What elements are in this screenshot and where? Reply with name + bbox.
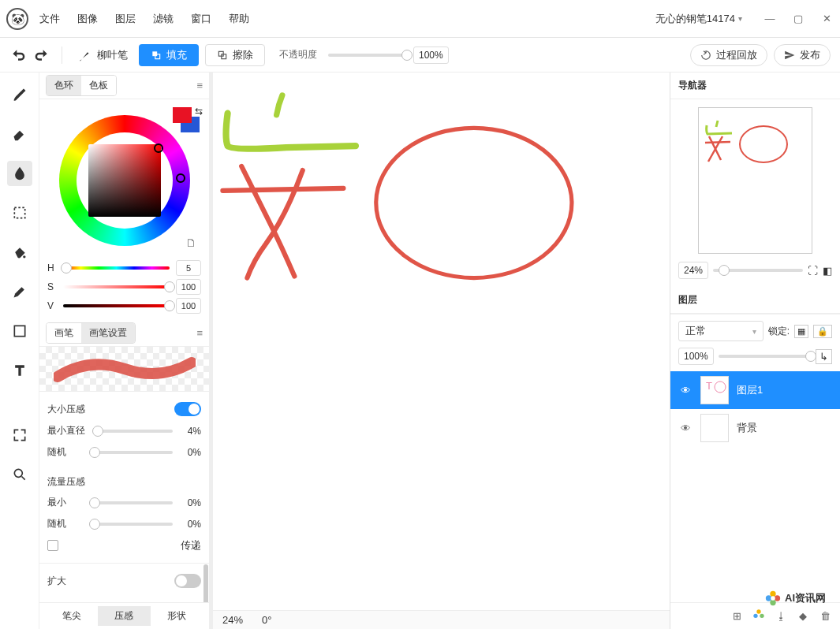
- size-pressure-toggle[interactable]: [174, 402, 201, 416]
- layer-icon-1[interactable]: [752, 609, 766, 623]
- ftab-tip[interactable]: 笔尖: [46, 606, 98, 626]
- navigator-title: 导航器: [670, 73, 840, 99]
- erase-button[interactable]: 擦除: [205, 44, 265, 66]
- ftab-pressure[interactable]: 压感: [98, 606, 150, 626]
- panel-menu-icon[interactable]: ≡: [196, 80, 203, 91]
- layer-opacity-slider[interactable]: [719, 355, 811, 358]
- fill-button[interactable]: 填充: [139, 44, 199, 66]
- undo-button[interactable]: [9, 47, 27, 64]
- menu-image[interactable]: 图像: [77, 12, 98, 26]
- replay-button[interactable]: 过程回放: [690, 44, 767, 66]
- svg-point-5: [23, 255, 25, 258]
- tool-zoom[interactable]: [7, 462, 32, 487]
- tab-brush[interactable]: 画笔: [47, 323, 81, 343]
- flow-random-slider[interactable]: [95, 523, 173, 526]
- merge-down-icon[interactable]: ◆: [796, 610, 810, 622]
- tool-transform[interactable]: [7, 422, 32, 448]
- clip-mask-icon[interactable]: ↳: [816, 349, 832, 364]
- app-logo: 🐼: [6, 8, 28, 30]
- window-minimize[interactable]: —: [763, 13, 777, 24]
- svg-point-12: [756, 609, 760, 613]
- opacity-label: 不透明度: [279, 48, 317, 61]
- tool-shape[interactable]: [7, 318, 32, 344]
- layer-row-1[interactable]: 👁 T 图层1: [670, 371, 840, 409]
- svg-point-11: [715, 381, 726, 393]
- tool-bucket[interactable]: [7, 240, 32, 265]
- lock-all-icon[interactable]: 🔒: [813, 325, 832, 338]
- blend-mode-select[interactable]: 正常▾: [678, 321, 763, 341]
- reset-colors-icon[interactable]: 🗋: [185, 236, 196, 249]
- tab-brush-settings[interactable]: 画笔设置: [81, 323, 135, 343]
- size-random-slider[interactable]: [95, 451, 173, 454]
- opacity-slider[interactable]: [328, 54, 407, 57]
- layer-row-bg[interactable]: 👁 背景: [670, 409, 840, 447]
- extra-toggle[interactable]: [174, 574, 201, 588]
- svg-point-9: [740, 126, 787, 162]
- pass-checkbox[interactable]: [47, 540, 58, 551]
- download-icon[interactable]: ⭳: [774, 610, 788, 622]
- svg-point-7: [14, 469, 22, 477]
- svg-text:T: T: [706, 380, 712, 392]
- menu-help[interactable]: 帮助: [229, 12, 249, 26]
- opacity-value[interactable]: 100%: [413, 47, 449, 64]
- svg-rect-6: [14, 326, 24, 336]
- publish-button[interactable]: 发布: [774, 44, 831, 66]
- value-slider[interactable]: [63, 304, 170, 307]
- min-diameter-slider[interactable]: [95, 430, 173, 433]
- tool-eraser[interactable]: [7, 121, 32, 147]
- window-maximize[interactable]: ▢: [791, 13, 805, 24]
- tool-smudge[interactable]: [7, 161, 32, 186]
- menu-window[interactable]: 窗口: [191, 12, 211, 26]
- menu-file[interactable]: 文件: [39, 12, 60, 26]
- menu-filter[interactable]: 滤镜: [153, 12, 174, 26]
- tool-marquee[interactable]: [7, 200, 32, 225]
- brush-preview: [39, 347, 209, 391]
- nav-zoom-value[interactable]: 24%: [678, 262, 708, 279]
- tab-color-ring[interactable]: 色环: [47, 76, 81, 95]
- nav-zoom-slider[interactable]: [713, 269, 803, 272]
- user-menu[interactable]: 无心的钢笔14174▾: [655, 12, 742, 26]
- color-wheel[interactable]: ⇆ 🗋: [50, 106, 200, 255]
- canvas[interactable]: [213, 73, 670, 610]
- visibility-icon[interactable]: 👁: [678, 422, 693, 434]
- new-layer-icon[interactable]: ⊞: [730, 610, 744, 622]
- tool-text[interactable]: [7, 358, 32, 383]
- foreground-swatch[interactable]: [173, 107, 192, 123]
- visibility-icon[interactable]: 👁: [678, 385, 693, 396]
- redo-button[interactable]: [33, 47, 50, 64]
- svg-rect-4: [14, 207, 24, 218]
- flow-min-slider[interactable]: [95, 501, 173, 504]
- delete-layer-icon[interactable]: 🗑: [818, 610, 832, 622]
- ftab-shape[interactable]: 形状: [151, 606, 203, 626]
- tab-color-swatch[interactable]: 色板: [81, 76, 116, 95]
- svg-point-13: [753, 614, 757, 618]
- brush-selector[interactable]: 柳叶笔: [78, 48, 128, 62]
- brush-panel-menu-icon[interactable]: ≡: [196, 327, 203, 339]
- tool-brush[interactable]: [7, 82, 32, 107]
- hue-slider[interactable]: [63, 266, 170, 270]
- fit-screen-icon[interactable]: ⛶: [808, 265, 818, 277]
- saturation-slider[interactable]: [63, 285, 170, 288]
- window-close[interactable]: ✕: [819, 13, 834, 24]
- tool-eyedropper[interactable]: [7, 279, 32, 304]
- flow-pressure-label: 流量压感: [39, 469, 209, 492]
- svg-point-8: [376, 128, 572, 277]
- flip-icon[interactable]: ◧: [823, 265, 832, 277]
- lock-pixels-icon[interactable]: ▦: [794, 325, 808, 338]
- svg-point-14: [760, 614, 763, 618]
- menu-layer[interactable]: 图层: [115, 12, 136, 26]
- navigator-preview[interactable]: [698, 107, 812, 254]
- layers-title: 图层: [670, 287, 840, 314]
- layer-opacity-value[interactable]: 100%: [678, 348, 714, 365]
